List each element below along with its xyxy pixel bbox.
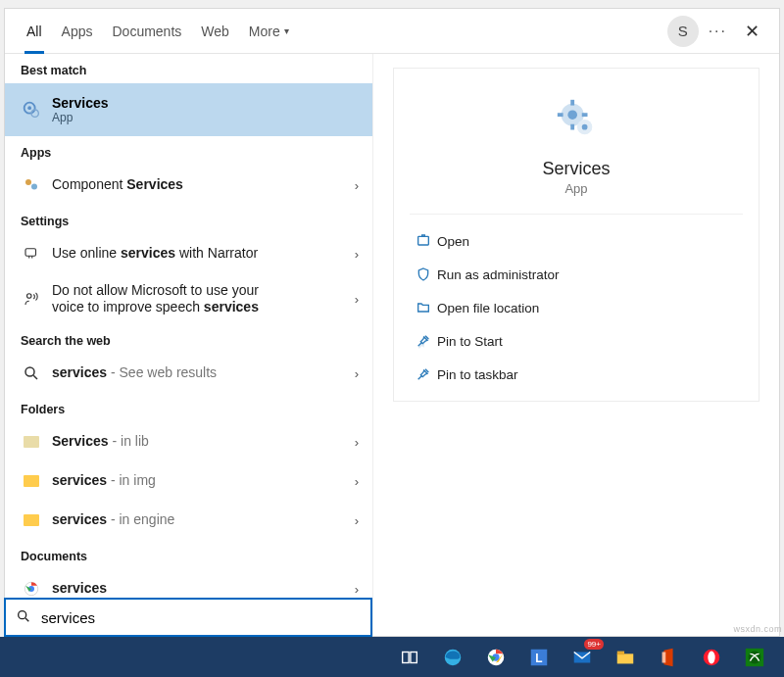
tab-apps[interactable]: Apps bbox=[52, 9, 103, 54]
search-window: All Apps Documents Web More▾ S ··· ✕ Bes… bbox=[4, 8, 780, 637]
tab-documents[interactable]: Documents bbox=[102, 9, 191, 54]
svg-point-3 bbox=[25, 179, 31, 185]
results-list: Best match Services App Apps Component S… bbox=[5, 54, 373, 636]
explorer-icon[interactable] bbox=[606, 637, 645, 677]
taskbar: L 99+ bbox=[0, 637, 784, 677]
chevron-right-icon: › bbox=[355, 247, 359, 262]
svg-point-18 bbox=[582, 124, 588, 130]
watermark: wsxdn.com bbox=[733, 624, 782, 634]
chevron-right-icon: › bbox=[355, 474, 359, 489]
result-web-services[interactable]: services - See web results › bbox=[5, 354, 372, 393]
search-icon bbox=[21, 364, 42, 382]
svg-point-36 bbox=[749, 651, 761, 663]
preview-sub: App bbox=[564, 181, 587, 196]
action-run-admin[interactable]: Run as administrator bbox=[410, 258, 743, 291]
app-l-icon[interactable]: L bbox=[519, 637, 559, 677]
section-documents: Documents bbox=[5, 540, 372, 569]
search-box[interactable] bbox=[4, 598, 372, 637]
svg-rect-14 bbox=[570, 124, 574, 130]
result-folder-img[interactable]: services - in img › bbox=[5, 461, 372, 501]
chevron-right-icon: › bbox=[355, 582, 359, 597]
chevron-down-icon: ▾ bbox=[284, 25, 289, 36]
chevron-right-icon: › bbox=[355, 435, 359, 450]
speech-icon bbox=[21, 290, 42, 308]
svg-rect-5 bbox=[25, 249, 36, 257]
mail-badge: 99+ bbox=[584, 639, 604, 650]
svg-rect-15 bbox=[558, 113, 564, 117]
svg-rect-13 bbox=[570, 100, 574, 106]
svg-point-1 bbox=[27, 106, 31, 110]
svg-point-4 bbox=[31, 184, 37, 190]
chrome-icon[interactable] bbox=[476, 637, 515, 677]
best-match-sub: App bbox=[52, 111, 109, 124]
svg-line-8 bbox=[33, 375, 37, 379]
chevron-right-icon: › bbox=[355, 366, 359, 381]
section-settings: Settings bbox=[5, 205, 372, 234]
best-match-item[interactable]: Services App bbox=[5, 83, 372, 136]
open-icon bbox=[410, 233, 437, 249]
svg-rect-32 bbox=[662, 652, 666, 662]
svg-line-21 bbox=[25, 618, 28, 621]
component-services-icon bbox=[21, 176, 42, 194]
svg-text:L: L bbox=[535, 651, 542, 664]
preview-title: Services bbox=[542, 159, 610, 179]
svg-rect-19 bbox=[418, 236, 429, 245]
svg-point-20 bbox=[19, 610, 26, 618]
svg-rect-22 bbox=[403, 652, 409, 662]
admin-shield-icon bbox=[410, 266, 437, 282]
search-icon bbox=[16, 608, 31, 627]
task-view-icon[interactable] bbox=[390, 637, 429, 677]
chevron-right-icon: › bbox=[355, 178, 359, 193]
action-pin-taskbar[interactable]: Pin to taskbar bbox=[410, 358, 743, 391]
folder-location-icon bbox=[410, 300, 437, 315]
result-speech-services[interactable]: Do not allow Microsoft to use yourvoice … bbox=[5, 273, 372, 324]
section-folders: Folders bbox=[5, 393, 372, 422]
action-pin-start[interactable]: Pin to Start bbox=[410, 324, 743, 358]
tab-more[interactable]: More▾ bbox=[239, 9, 299, 54]
action-open[interactable]: Open bbox=[410, 224, 743, 258]
edge-icon[interactable] bbox=[433, 637, 472, 677]
section-web: Search the web bbox=[5, 324, 372, 354]
result-folder-lib[interactable]: Services - in lib › bbox=[5, 422, 372, 461]
result-folder-engine[interactable]: services - in engine › bbox=[5, 501, 372, 540]
tabs-bar: All Apps Documents Web More▾ S ··· ✕ bbox=[5, 9, 779, 54]
chevron-right-icon: › bbox=[355, 513, 359, 528]
user-avatar[interactable]: S bbox=[667, 16, 699, 47]
pin-icon bbox=[410, 366, 437, 382]
svg-point-6 bbox=[27, 294, 32, 299]
folder-icon bbox=[21, 514, 42, 526]
chrome-icon bbox=[21, 580, 42, 598]
best-match-title: Services bbox=[52, 95, 109, 111]
opera-icon[interactable] bbox=[692, 637, 731, 677]
more-options-icon[interactable]: ··· bbox=[709, 23, 727, 40]
tab-web[interactable]: Web bbox=[191, 9, 239, 54]
svg-point-12 bbox=[567, 110, 577, 120]
search-input[interactable] bbox=[39, 608, 361, 627]
services-gear-icon bbox=[21, 99, 42, 121]
svg-point-34 bbox=[708, 651, 714, 663]
result-narrator-services[interactable]: Use online services with Narrator › bbox=[5, 234, 372, 273]
svg-rect-31 bbox=[617, 651, 624, 654]
tab-all[interactable]: All bbox=[17, 9, 52, 54]
narrator-icon bbox=[21, 245, 42, 263]
svg-rect-23 bbox=[411, 652, 416, 662]
pin-icon bbox=[410, 333, 437, 349]
preview-pane: Services App Open Run as administrator O… bbox=[373, 54, 779, 636]
svg-rect-16 bbox=[582, 113, 588, 117]
chevron-right-icon: › bbox=[355, 292, 359, 307]
section-apps: Apps bbox=[5, 136, 372, 166]
close-icon[interactable]: ✕ bbox=[737, 21, 767, 42]
xbox-icon[interactable] bbox=[735, 637, 774, 677]
folder-icon bbox=[21, 475, 42, 487]
result-component-services[interactable]: Component Services › bbox=[5, 166, 372, 205]
folder-icon bbox=[21, 436, 42, 448]
section-best-match: Best match bbox=[5, 54, 372, 83]
office-icon[interactable] bbox=[649, 637, 688, 677]
svg-rect-30 bbox=[617, 653, 634, 663]
svg-point-7 bbox=[25, 367, 34, 376]
mail-icon[interactable]: 99+ bbox=[563, 637, 602, 677]
services-hero-icon bbox=[554, 96, 599, 145]
action-open-location[interactable]: Open file location bbox=[410, 291, 743, 324]
